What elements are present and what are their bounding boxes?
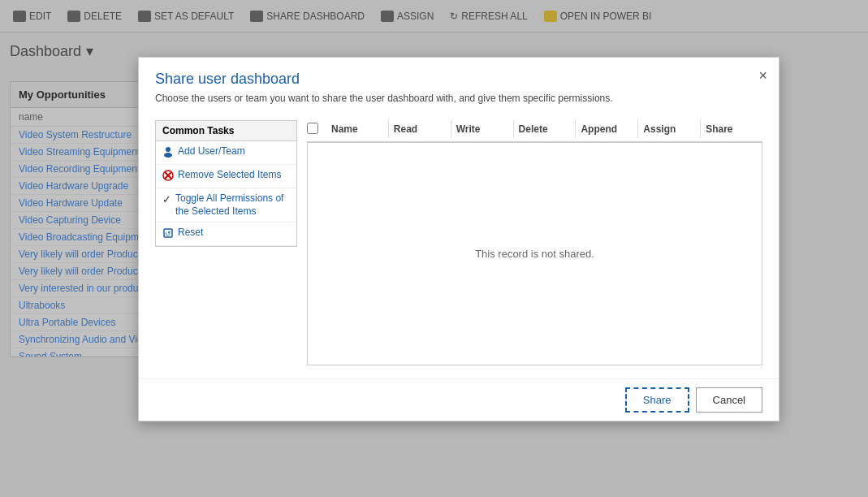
reset-icon: ↺ <box>162 227 174 241</box>
dialog-footer: Share Cancel <box>139 378 779 421</box>
col-read: Read <box>389 120 451 138</box>
add-user-team-label: Add User/Team <box>178 145 245 158</box>
dialog-close-button[interactable]: × <box>758 67 767 84</box>
dialog-subtitle: Choose the users or team you want to sha… <box>155 93 762 104</box>
reset-label: Reset <box>178 227 203 240</box>
share-dashboard-dialog: Share user dashboard Choose the users or… <box>138 57 779 421</box>
dialog-title: Share user dashboard <box>155 71 762 88</box>
col-share: Share <box>701 120 762 138</box>
dialog-body: Common Tasks Add User/Team <box>139 110 779 378</box>
col-name: Name <box>326 120 389 138</box>
col-assign: Assign <box>638 120 701 138</box>
svg-text:↺: ↺ <box>165 230 171 238</box>
svg-point-1 <box>164 153 172 158</box>
cancel-button[interactable]: Cancel <box>696 387 762 413</box>
common-tasks-heading: Common Tasks <box>156 121 296 141</box>
check-icon: ✓ <box>162 193 171 205</box>
empty-message: This record is not shared. <box>475 248 594 260</box>
table-header: Name Read Write Delete Append Assign Sha… <box>307 120 762 142</box>
toggle-permissions-label: Toggle All Permissions of the Selected I… <box>175 192 290 218</box>
dialog-header: Share user dashboard Choose the users or… <box>139 58 779 110</box>
remove-icon <box>162 170 174 184</box>
toggle-permissions-task[interactable]: ✓ Toggle All Permissions of the Selected… <box>156 188 296 223</box>
permissions-table-area: Name Read Write Delete Append Assign Sha… <box>307 120 762 365</box>
remove-selected-label: Remove Selected Items <box>178 169 281 182</box>
reset-task[interactable]: ↺ Reset <box>156 223 296 246</box>
select-all-input[interactable] <box>307 123 318 134</box>
remove-selected-task[interactable]: Remove Selected Items <box>156 165 296 188</box>
col-write: Write <box>451 120 514 138</box>
add-user-team-task[interactable]: Add User/Team <box>156 141 296 165</box>
table-body: This record is not shared. <box>307 142 762 365</box>
share-button[interactable]: Share <box>625 387 689 413</box>
common-tasks-panel: Common Tasks Add User/Team <box>155 120 297 247</box>
col-delete: Delete <box>514 120 577 138</box>
user-icon <box>162 146 174 160</box>
select-all-checkbox[interactable] <box>307 123 326 136</box>
col-append: Append <box>576 120 638 138</box>
svg-point-0 <box>166 147 171 152</box>
